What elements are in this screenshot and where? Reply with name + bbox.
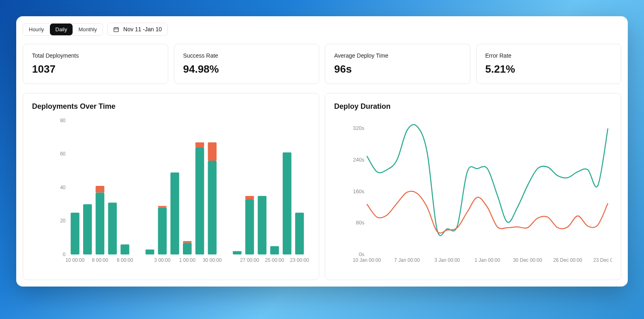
svg-rect-26: [270, 246, 279, 254]
duration-line-chart: 0s80s160s240s320s10 Jan 00:007 Jan 00:00…: [334, 116, 612, 271]
stat-value: 1037: [32, 63, 159, 75]
calendar-icon: [113, 26, 119, 32]
svg-text:10 00:00: 10 00:00: [66, 257, 85, 263]
svg-text:3 Jan 00:00: 3 Jan 00:00: [434, 257, 460, 263]
stat-value: 5.21%: [485, 63, 612, 75]
stat-label: Total Deployments: [32, 52, 159, 59]
svg-text:8 00:00: 8 00:00: [92, 257, 108, 263]
svg-text:30 Dec 00:00: 30 Dec 00:00: [513, 257, 542, 263]
stat-avg-deploy-time: Average Deploy Time 96s: [325, 44, 470, 84]
svg-rect-9: [96, 192, 105, 254]
charts-row: Deployments Over Time 02040608010 00:008…: [23, 93, 621, 280]
stat-error-rate: Error Rate 5.21%: [476, 44, 622, 84]
svg-text:80: 80: [60, 118, 66, 123]
svg-rect-17: [183, 243, 192, 254]
svg-text:0: 0: [63, 252, 66, 257]
svg-rect-18: [195, 142, 204, 147]
svg-rect-13: [158, 206, 167, 207]
svg-rect-27: [283, 152, 292, 254]
stat-label: Success Rate: [183, 52, 310, 59]
svg-text:80s: 80s: [356, 220, 365, 226]
svg-text:1 00:00: 1 00:00: [179, 257, 196, 263]
svg-text:23 Dec 00:00: 23 Dec 00:00: [593, 257, 612, 263]
svg-rect-15: [170, 172, 179, 254]
stats-row: Total Deployments 1037 Success Rate 94.9…: [23, 44, 621, 84]
daily-button[interactable]: Daily: [50, 24, 73, 35]
svg-text:6 00:00: 6 00:00: [117, 257, 133, 263]
svg-text:3 00:00: 3 00:00: [154, 257, 171, 263]
svg-rect-23: [245, 196, 254, 199]
svg-text:60: 60: [60, 151, 66, 157]
stat-value: 96s: [334, 63, 461, 75]
stat-total-deployments: Total Deployments 1037: [23, 44, 168, 84]
svg-text:40: 40: [60, 185, 66, 190]
svg-rect-28: [295, 213, 304, 254]
svg-rect-25: [258, 196, 267, 254]
svg-rect-14: [158, 208, 167, 255]
svg-rect-7: [83, 204, 92, 254]
deployments-bar-chart: 02040608010 00:008 00:006 00:003 00:001 …: [32, 116, 310, 271]
svg-text:25 00:00: 25 00:00: [265, 257, 284, 263]
svg-text:240s: 240s: [353, 157, 365, 163]
svg-text:30 00:00: 30 00:00: [203, 257, 222, 263]
svg-text:160s: 160s: [353, 188, 365, 194]
svg-rect-20: [208, 142, 217, 161]
chart-title: Deployments Over Time: [32, 102, 310, 111]
deploy-duration-card: Deploy Duration 0s80s160s240s320s10 Jan …: [325, 93, 621, 280]
svg-text:0s: 0s: [359, 251, 365, 257]
svg-rect-8: [96, 186, 105, 193]
toolbar: Hourly Daily Monthly Nov 11 -Jan 10: [23, 23, 621, 36]
svg-text:1 Jan 00:00: 1 Jan 00:00: [474, 257, 500, 263]
stat-label: Error Rate: [485, 52, 612, 59]
svg-text:26 Dec 00:00: 26 Dec 00:00: [553, 257, 582, 263]
svg-rect-16: [183, 241, 192, 243]
granularity-toggle: Hourly Daily Monthly: [23, 23, 103, 36]
svg-rect-10: [108, 203, 117, 254]
date-range-label: Nov 11 -Jan 10: [123, 26, 162, 32]
svg-text:27 00:00: 27 00:00: [240, 257, 259, 263]
svg-text:320s: 320s: [353, 125, 365, 131]
svg-rect-11: [120, 244, 129, 254]
stat-success-rate: Success Rate 94.98%: [174, 44, 320, 84]
svg-text:10 Jan 00:00: 10 Jan 00:00: [353, 257, 381, 263]
svg-text:23 00:00: 23 00:00: [290, 257, 309, 263]
svg-rect-24: [245, 199, 254, 254]
svg-rect-12: [146, 250, 155, 254]
svg-rect-6: [71, 213, 79, 254]
svg-text:20: 20: [60, 218, 66, 224]
date-range-button[interactable]: Nov 11 -Jan 10: [107, 23, 168, 36]
svg-text:7 Jan 00:00: 7 Jan 00:00: [394, 257, 420, 263]
svg-rect-0: [114, 28, 118, 32]
chart-title: Deploy Duration: [334, 102, 612, 111]
stat-value: 94.98%: [183, 63, 310, 75]
deployments-over-time-card: Deployments Over Time 02040608010 00:008…: [23, 93, 319, 280]
svg-rect-21: [208, 161, 217, 254]
monthly-button[interactable]: Monthly: [73, 24, 103, 35]
dashboard: Hourly Daily Monthly Nov 11 -Jan 10 Tota…: [16, 16, 628, 287]
svg-rect-19: [195, 147, 204, 254]
svg-rect-22: [233, 251, 242, 254]
stat-label: Average Deploy Time: [334, 52, 461, 59]
hourly-button[interactable]: Hourly: [23, 24, 50, 35]
